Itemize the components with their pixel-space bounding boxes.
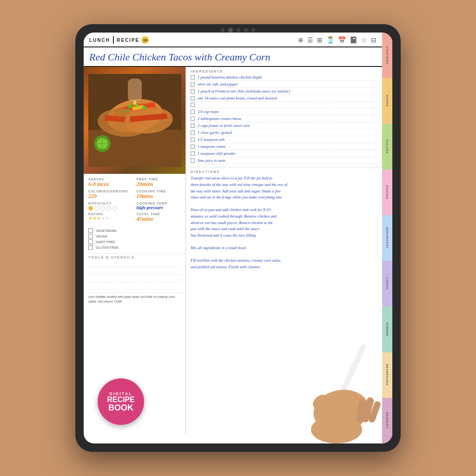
- ingredient-text-0: 1 pound boneless skinless chicken thighs: [198, 75, 262, 79]
- vegan-checkbox[interactable]: [88, 234, 93, 238]
- badge-container: DIGITAL RECIPE BOOK: [98, 378, 144, 425]
- grid-icon[interactable]: ⊞: [317, 36, 323, 44]
- ingredient-text-1: olive oil, salt, and pepper: [198, 82, 238, 86]
- dairy-free-label: DAIRY FREE: [96, 240, 115, 244]
- ingredient-row-4: [191, 103, 377, 108]
- cooking-time-label: COOKING TIME: [137, 190, 181, 193]
- serves-block: SERVES 6-8 tacos: [88, 178, 133, 188]
- tools-label: TOOLS & UTENSILS: [88, 256, 181, 259]
- ingredient-checkbox-3[interactable]: [191, 96, 195, 100]
- ingredient-checkbox-6[interactable]: [191, 117, 195, 121]
- ingredient-text-9: 1/2 teaspoon salt: [198, 137, 225, 142]
- difficulty-circles: [88, 206, 133, 211]
- tablet-screen: STARTERS SOUPS SALADS SAUCES BREAKFAST L…: [84, 33, 392, 443]
- tab-sauces[interactable]: SAUCES: [382, 170, 392, 215]
- ingredient-checkbox-8[interactable]: [191, 131, 195, 135]
- ingredient-text-10: 1 teaspoon cumin: [198, 144, 225, 149]
- dairy-free-row: DAIRY FREE: [88, 239, 181, 244]
- prep-time-value: 20mins: [137, 181, 181, 188]
- cooking-temp-label: COOKING TEMP: [137, 202, 181, 205]
- ingredient-checkbox-2[interactable]: [191, 89, 195, 93]
- badge-book-text: BOOK: [108, 403, 133, 412]
- total-time-label: TOTAL TIME: [137, 212, 181, 216]
- diff-circle-4: [106, 206, 111, 211]
- tab-beverages[interactable]: BEVERAGES: [382, 352, 392, 398]
- ingredient-checkbox-11[interactable]: [191, 152, 195, 156]
- ingredient-text-5: 1/4 cup mayo: [198, 109, 219, 114]
- tools-line-4: [88, 283, 181, 290]
- recipe-description: corn tortillas stuffed with pinto bean r…: [84, 292, 185, 306]
- ingredient-row-9: 1/2 teaspoon salt: [191, 137, 377, 143]
- header-icons: ⊕ ☰ ⊞ 🫙 📅 📓 ☆ ⊟: [298, 36, 377, 44]
- tab-salads[interactable]: SALADS: [382, 124, 392, 169]
- vegetarian-row: VEGETARIAN: [88, 228, 181, 233]
- vegetarian-label: VEGETARIAN: [96, 229, 117, 232]
- star-icon[interactable]: ☆: [361, 36, 367, 44]
- ingredient-checkbox-4[interactable]: [191, 103, 195, 107]
- gluten-free-checkbox[interactable]: [88, 245, 93, 250]
- ingredient-text-2: 1 pouch of Frontera red chile enchilada …: [198, 89, 290, 93]
- dairy-free-checkbox[interactable]: [88, 239, 93, 244]
- directions-section: DIRECTIONS Transfer red onion slices to …: [186, 167, 382, 434]
- ingredient-checkbox-7[interactable]: [191, 124, 195, 128]
- list-icon[interactable]: ☰: [307, 36, 313, 44]
- ingredient-text-12: lime juice to taste: [198, 158, 225, 163]
- ingredient-row-0: 1 pound boneless skinless chicken thighs: [191, 75, 377, 81]
- tab-breakfast[interactable]: BREAKFAST: [382, 215, 392, 261]
- ingredient-row-2: 1 pouch of Frontera red chile enchilada …: [191, 89, 377, 95]
- difficulty-label: DIFFICULTY: [88, 202, 133, 205]
- vegetarian-checkbox[interactable]: [88, 228, 93, 233]
- ingredient-checkbox-5[interactable]: [191, 110, 195, 114]
- ingredient-checkbox-12[interactable]: [191, 159, 195, 163]
- directions-label: DIRECTIONS: [191, 170, 377, 173]
- camera-dot: [237, 28, 240, 32]
- ingredient-row-6: 2 tablespoons cream cheese: [191, 116, 377, 122]
- tools-line-1: [88, 261, 181, 267]
- compass-icon[interactable]: ⊕: [298, 36, 304, 44]
- camera-dot: [221, 28, 225, 32]
- tab-dinner[interactable]: DINNER: [382, 306, 392, 352]
- header-bar: LUNCH RECIPE 19 ⊕ ☰ ⊞ 🫙 📅 📓 ☆ ⊟: [84, 33, 382, 47]
- recipe-title: Red Chile Chicken Tacos with Creamy Corn: [84, 47, 382, 67]
- tablet-camera: [221, 28, 255, 33]
- tab-soups[interactable]: SOUPS: [382, 78, 392, 124]
- ingredient-row-5: 1/4 cup mayo: [191, 109, 377, 115]
- ingredient-row-3: one 14-ounce can pinto beans, rinsed and…: [191, 96, 377, 102]
- ingredient-row-7: 2 cups frozen or fresh sweet corn: [191, 123, 377, 129]
- notebook-icon[interactable]: 📓: [350, 36, 357, 44]
- ingredient-row-12: lime juice to taste: [191, 158, 377, 164]
- calendar-icon[interactable]: 📅: [338, 36, 346, 44]
- ingredient-row-10: 1 teaspoon cumin: [191, 144, 377, 150]
- taco-visual: [84, 67, 185, 174]
- serves-label: SERVES: [88, 178, 133, 181]
- ingredient-row-1: olive oil, salt, and pepper: [191, 82, 377, 88]
- header-section: RECIPE: [117, 38, 139, 43]
- taco-svg: [88, 74, 181, 167]
- cooking-temp-block: COOKING TEMP high-pressure: [137, 202, 181, 211]
- diff-circle-3: [100, 206, 105, 211]
- tools-section: TOOLS & UTENSILS: [84, 253, 185, 292]
- stats-grid: SERVES 6-8 tacos PREP TIME 20mins CALORI…: [84, 174, 185, 226]
- prep-time-label: PREP TIME: [137, 178, 181, 181]
- ingredient-checkbox-1[interactable]: [191, 82, 195, 86]
- calories-label: CALORIES/SERVING: [88, 190, 133, 193]
- ingredient-checkbox-10[interactable]: [191, 145, 195, 149]
- jar-icon[interactable]: 🫙: [326, 36, 334, 44]
- tab-dessert[interactable]: DESSERT: [382, 398, 392, 443]
- calories-value: 229: [88, 193, 133, 200]
- cooking-temp-value: high-pressure: [137, 205, 181, 210]
- ingredient-checkbox-9[interactable]: [191, 138, 195, 142]
- calories-block: CALORIES/SERVING 229: [88, 190, 133, 200]
- diff-circle-5: [112, 206, 117, 211]
- tools-line-3: [88, 276, 181, 282]
- recipe-number-badge: 19: [141, 36, 149, 44]
- tools-line-2: [88, 268, 181, 275]
- total-time-block: TOTAL TIME 45mins: [137, 212, 181, 223]
- table-icon[interactable]: ⊟: [371, 36, 377, 44]
- svg-rect-18: [128, 79, 142, 102]
- diff-circle-1: [88, 206, 93, 211]
- tab-lunch[interactable]: LUNCH: [382, 261, 392, 306]
- tab-starters[interactable]: STARTERS: [382, 33, 392, 78]
- camera-dot: [244, 28, 248, 32]
- ingredient-checkbox-0[interactable]: [191, 75, 195, 79]
